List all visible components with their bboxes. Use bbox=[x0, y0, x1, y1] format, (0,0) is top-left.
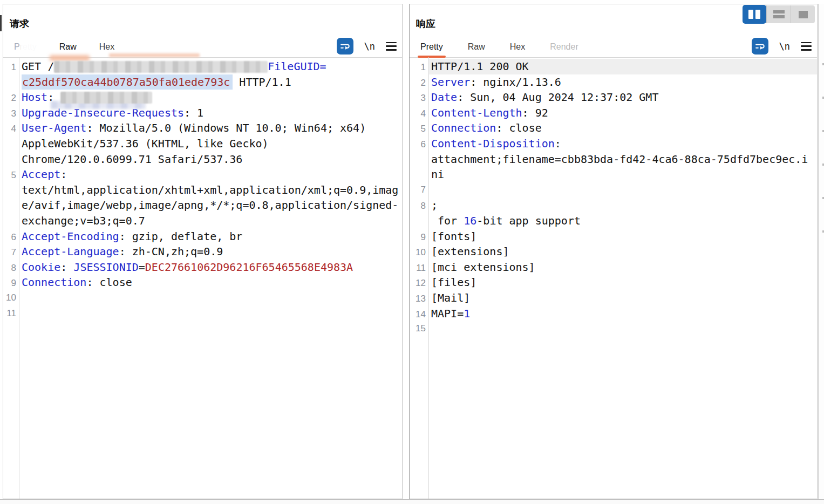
plain-text: HTTP/1.1 200 OK bbox=[431, 60, 529, 73]
line-number: 11 bbox=[3, 306, 19, 322]
word-wrap-icon bbox=[339, 40, 351, 52]
header-name: FileGUID= bbox=[268, 60, 326, 73]
line-content: [files] bbox=[428, 275, 817, 290]
line-content: Server: nginx/1.13.6 bbox=[428, 74, 817, 90]
editor-menu-button[interactable] bbox=[386, 42, 397, 51]
code-line: 10 bbox=[3, 290, 402, 306]
header-name: Server bbox=[431, 76, 470, 88]
code-line: 9Connection: close bbox=[3, 275, 402, 290]
plain-text: attachment;filename=cbb83bda-fd42-4ca6-8… bbox=[431, 153, 808, 166]
line-number: 1 bbox=[3, 60, 19, 76]
word-wrap-button[interactable] bbox=[337, 38, 353, 55]
code-line: Chrome/120.0.6099.71 Safari/537.36 bbox=[3, 152, 402, 167]
line-number: 5 bbox=[3, 168, 19, 183]
plain-text: e/avif,image/webp,image/apng,*/*;q=0.8,a… bbox=[22, 199, 398, 212]
plain-text: [files] bbox=[431, 276, 476, 289]
line-number: 10 bbox=[3, 290, 19, 306]
plain-text: for bbox=[431, 214, 464, 227]
plain-text: : gzip, deflate, br bbox=[119, 230, 243, 243]
plain-text: : 1 bbox=[184, 106, 203, 119]
request-panel-title: 请求 bbox=[10, 17, 29, 30]
header-name: Accept-Language bbox=[22, 245, 119, 258]
header-name: Accept-Encoding bbox=[22, 230, 119, 243]
tab-raw[interactable]: Raw bbox=[59, 42, 77, 52]
response-panel: 响应 PrettyRawHexRender \n 1HTTP/1.1 200 O… bbox=[409, 4, 818, 499]
code-line: AppleWebKit/537.36 (KHTML, like Gecko) bbox=[3, 136, 402, 152]
code-line: 9[fonts] bbox=[410, 229, 817, 244]
show-newlines-toggle[interactable]: \n bbox=[779, 41, 790, 52]
code-line: 6Accept-Encoding: gzip, deflate, br bbox=[3, 229, 402, 244]
code-line: 8; bbox=[410, 197, 817, 213]
plain-text: exchange;v=b3;q=0.7 bbox=[22, 214, 145, 227]
word-wrap-button[interactable] bbox=[752, 38, 768, 55]
burp-request-response-view: 请求 PrettyRawHex \n 1GET /FileGUID=c25ddf… bbox=[0, 0, 824, 504]
tab-pretty[interactable]: Pretty bbox=[420, 42, 443, 52]
code-line: 10[extensions] bbox=[410, 244, 817, 260]
code-line: 7Accept-Language: zh-CN,zh;q=0.9 bbox=[3, 244, 402, 260]
code-line: 5Connection: close bbox=[410, 120, 817, 136]
request-editor[interactable]: 1GET /FileGUID=c25ddf570ca44b0787a50fa01… bbox=[3, 57, 402, 499]
plain-text: HTTP/1.1 bbox=[233, 76, 291, 88]
layout-rows-button[interactable] bbox=[766, 5, 791, 23]
tab-pretty[interactable]: Pretty bbox=[14, 42, 37, 52]
plain-text: : bbox=[555, 137, 561, 150]
header-name: Connection bbox=[22, 276, 86, 289]
redaction-blur bbox=[109, 53, 200, 57]
code-line: attachment;filename=cbb83bda-fd42-4ca6-8… bbox=[410, 152, 817, 167]
line-number: 13 bbox=[410, 291, 428, 307]
header-name: Host bbox=[22, 91, 47, 104]
code-line: ni bbox=[410, 167, 817, 182]
plain-text: : close bbox=[86, 276, 132, 289]
redaction-blur bbox=[54, 61, 268, 73]
plain-text: ni bbox=[431, 168, 444, 181]
line-number: 11 bbox=[410, 261, 428, 276]
line-number: 8 bbox=[410, 199, 428, 214]
tab-label: Pretty bbox=[420, 42, 443, 51]
vertical-scrollbar[interactable] bbox=[818, 4, 824, 499]
number-value: 16 bbox=[464, 214, 476, 227]
code-line: 7 bbox=[410, 182, 817, 198]
plain-text: AppleWebKit/537.36 (KHTML, like Gecko) bbox=[22, 137, 269, 150]
line-content: User-Agent: Mozilla/5.0 (Windows NT 10.0… bbox=[19, 120, 402, 136]
line-number: 1 bbox=[410, 60, 428, 76]
line-content: [extensions] bbox=[428, 244, 817, 260]
line-content: for 16-bit app support bbox=[428, 213, 817, 229]
tab-raw[interactable]: Raw bbox=[468, 42, 485, 52]
line-number: 14 bbox=[410, 307, 428, 323]
line-number: 7 bbox=[3, 245, 19, 261]
tab-render[interactable]: Render bbox=[550, 42, 578, 52]
code-line: 15 bbox=[410, 321, 817, 337]
show-newlines-toggle[interactable]: \n bbox=[364, 41, 375, 52]
layout-single-button[interactable] bbox=[791, 5, 815, 23]
response-panel-actions: \n bbox=[752, 38, 812, 55]
tab-label: Raw bbox=[468, 42, 485, 51]
code-line: text/html,application/xhtml+xml,applicat… bbox=[3, 182, 402, 198]
code-line: 5Accept: bbox=[3, 167, 402, 182]
code-line: 11[mci extensions] bbox=[410, 260, 817, 275]
code-line: 6Content-Disposition: bbox=[410, 136, 817, 152]
plain-text: = bbox=[139, 261, 145, 274]
line-number: 6 bbox=[410, 137, 428, 153]
code-line: 13[Mail] bbox=[410, 290, 817, 306]
line-content: [fonts] bbox=[428, 229, 817, 244]
number-value: 1 bbox=[464, 307, 470, 320]
editor-menu-button[interactable] bbox=[801, 42, 812, 51]
plain-text: [Mail] bbox=[431, 291, 470, 304]
tab-hex[interactable]: Hex bbox=[99, 42, 114, 52]
line-number: 9 bbox=[3, 276, 19, 291]
tab-hex[interactable]: Hex bbox=[510, 42, 525, 52]
plain-text: text/html,application/xhtml+xml,applicat… bbox=[22, 183, 398, 196]
plain-text: [extensions] bbox=[431, 245, 509, 258]
response-editor[interactable]: 1HTTP/1.1 200 OK2Server: nginx/1.13.63Da… bbox=[410, 57, 817, 499]
line-content: MAPI=1 bbox=[428, 306, 817, 322]
code-line: 14MAPI=1 bbox=[410, 306, 817, 322]
line-number: 9 bbox=[410, 230, 428, 246]
line-content: Accept-Encoding: gzip, deflate, br bbox=[19, 229, 402, 244]
line-number: 3 bbox=[410, 91, 428, 106]
tab-label: Hex bbox=[510, 42, 525, 51]
code-line: 1HTTP/1.1 200 OK bbox=[410, 59, 817, 74]
line-number: 2 bbox=[410, 76, 428, 91]
code-line: 4Content-Length: 92 bbox=[410, 105, 817, 121]
layout-columns-button[interactable] bbox=[743, 5, 766, 24]
header-name: JSESSIONID bbox=[73, 261, 138, 274]
